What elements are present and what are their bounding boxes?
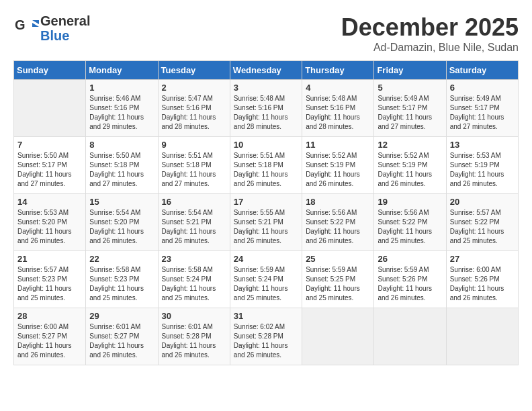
day-info: Daylight: 11 hours <box>162 284 226 293</box>
day-info: Daylight: 11 hours <box>306 113 370 122</box>
col-header-sunday: Sunday <box>14 61 86 80</box>
calendar-cell: 1Sunrise: 5:46 AMSunset: 5:16 PMDaylight… <box>86 80 158 137</box>
calendar-cell: 13Sunrise: 5:53 AMSunset: 5:19 PMDayligh… <box>446 137 518 194</box>
day-info: Daylight: 11 hours <box>162 170 226 179</box>
day-info: Sunset: 5:21 PM <box>234 218 298 227</box>
day-info: and 26 minutes. <box>89 351 154 360</box>
day-number: 30 <box>162 311 226 321</box>
day-number: 20 <box>450 197 515 207</box>
day-info: Daylight: 11 hours <box>234 113 298 122</box>
calendar-cell: 2Sunrise: 5:47 AMSunset: 5:16 PMDaylight… <box>158 80 230 137</box>
header: G General Blue December 2025 Ad-Damazin,… <box>13 13 519 54</box>
day-info: and 28 minutes. <box>234 122 298 132</box>
day-info: Sunrise: 5:56 AM <box>306 208 370 218</box>
day-info: and 26 minutes. <box>162 236 226 246</box>
day-number: 17 <box>234 197 298 207</box>
day-info: Sunrise: 5:52 AM <box>378 151 442 161</box>
day-info: and 26 minutes. <box>17 236 82 246</box>
day-info: Sunset: 5:19 PM <box>378 161 442 170</box>
calendar-cell: 4Sunrise: 5:48 AMSunset: 5:16 PMDaylight… <box>302 80 374 137</box>
day-info: and 28 minutes. <box>306 122 370 132</box>
day-number: 19 <box>378 197 442 207</box>
day-info: Sunrise: 5:57 AM <box>450 208 515 218</box>
day-number: 12 <box>378 140 442 150</box>
day-info: Sunrise: 5:58 AM <box>162 265 226 275</box>
day-info: Daylight: 11 hours <box>17 341 82 351</box>
day-number: 7 <box>17 140 82 150</box>
day-info: and 25 minutes. <box>378 236 442 246</box>
day-info: Daylight: 11 hours <box>234 227 298 236</box>
day-info: Sunrise: 5:50 AM <box>17 151 82 161</box>
month-title: December 2025 <box>341 13 519 42</box>
day-info: Sunrise: 5:53 AM <box>450 151 515 161</box>
calendar-cell: 31Sunrise: 6:02 AMSunset: 5:28 PMDayligh… <box>230 308 302 365</box>
logo-general: General <box>40 13 90 28</box>
day-info: Daylight: 11 hours <box>378 284 442 293</box>
col-header-monday: Monday <box>86 61 158 80</box>
day-info: Sunset: 5:19 PM <box>306 161 370 170</box>
day-info: Sunset: 5:25 PM <box>306 275 370 284</box>
day-info: Sunset: 5:26 PM <box>378 275 442 284</box>
day-info: Sunrise: 5:59 AM <box>378 265 442 275</box>
day-number: 5 <box>378 83 442 93</box>
day-info: Sunrise: 6:01 AM <box>89 322 154 332</box>
day-info: Sunrise: 6:02 AM <box>234 322 298 332</box>
calendar-cell: 20Sunrise: 5:57 AMSunset: 5:22 PMDayligh… <box>446 194 518 251</box>
logo-icon: G <box>13 15 40 42</box>
day-number: 11 <box>306 140 370 150</box>
day-info: Sunset: 5:17 PM <box>378 103 442 113</box>
calendar-cell: 16Sunrise: 5:54 AMSunset: 5:21 PMDayligh… <box>158 194 230 251</box>
day-info: Sunrise: 5:55 AM <box>234 208 298 218</box>
day-info: Sunset: 5:24 PM <box>234 275 298 284</box>
day-info: and 26 minutes. <box>450 179 515 189</box>
day-info: Sunset: 5:18 PM <box>234 161 298 170</box>
day-info: and 25 minutes. <box>89 293 154 303</box>
day-info: and 25 minutes. <box>17 293 82 303</box>
calendar-table: SundayMondayTuesdayWednesdayThursdayFrid… <box>13 60 519 365</box>
col-header-friday: Friday <box>374 61 446 80</box>
day-info: Sunset: 5:27 PM <box>17 332 82 341</box>
day-info: and 26 minutes. <box>234 179 298 189</box>
calendar-cell: 7Sunrise: 5:50 AMSunset: 5:17 PMDaylight… <box>14 137 86 194</box>
day-info: Daylight: 11 hours <box>450 170 515 179</box>
day-info: and 26 minutes. <box>306 236 370 246</box>
day-info: and 25 minutes. <box>306 293 370 303</box>
day-info: Daylight: 11 hours <box>17 170 82 179</box>
day-number: 24 <box>234 254 298 264</box>
day-info: Sunset: 5:16 PM <box>162 103 226 113</box>
calendar-cell <box>14 80 86 137</box>
day-info: Sunset: 5:17 PM <box>450 103 515 113</box>
day-info: Sunrise: 5:59 AM <box>234 265 298 275</box>
day-info: Daylight: 11 hours <box>89 284 154 293</box>
calendar-cell: 27Sunrise: 6:00 AMSunset: 5:26 PMDayligh… <box>446 251 518 308</box>
day-info: and 26 minutes. <box>17 351 82 360</box>
col-header-wednesday: Wednesday <box>230 61 302 80</box>
day-info: Sunrise: 5:57 AM <box>17 265 82 275</box>
calendar-cell: 23Sunrise: 5:58 AMSunset: 5:24 PMDayligh… <box>158 251 230 308</box>
day-number: 10 <box>234 140 298 150</box>
day-info: Sunrise: 5:50 AM <box>89 151 154 161</box>
col-header-saturday: Saturday <box>446 61 518 80</box>
day-info: and 27 minutes. <box>162 179 226 189</box>
day-info: Daylight: 11 hours <box>17 284 82 293</box>
day-number: 8 <box>89 140 154 150</box>
day-number: 31 <box>234 311 298 321</box>
day-number: 25 <box>306 254 370 264</box>
day-info: and 26 minutes. <box>306 179 370 189</box>
day-info: and 26 minutes. <box>450 293 515 303</box>
calendar-cell: 5Sunrise: 5:49 AMSunset: 5:17 PMDaylight… <box>374 80 446 137</box>
day-number: 1 <box>89 83 154 93</box>
logo-blue: Blue <box>40 28 90 43</box>
calendar-cell <box>446 308 518 365</box>
day-info: Daylight: 11 hours <box>450 284 515 293</box>
day-number: 3 <box>234 83 298 93</box>
day-info: Daylight: 11 hours <box>378 227 442 236</box>
day-info: Sunset: 5:24 PM <box>162 275 226 284</box>
day-number: 26 <box>378 254 442 264</box>
day-number: 6 <box>450 83 515 93</box>
day-info: Sunset: 5:16 PM <box>89 103 154 113</box>
day-info: Sunset: 5:16 PM <box>234 103 298 113</box>
day-info: Sunrise: 5:52 AM <box>306 151 370 161</box>
calendar-cell: 30Sunrise: 6:01 AMSunset: 5:28 PMDayligh… <box>158 308 230 365</box>
logo: G General Blue <box>13 13 90 43</box>
